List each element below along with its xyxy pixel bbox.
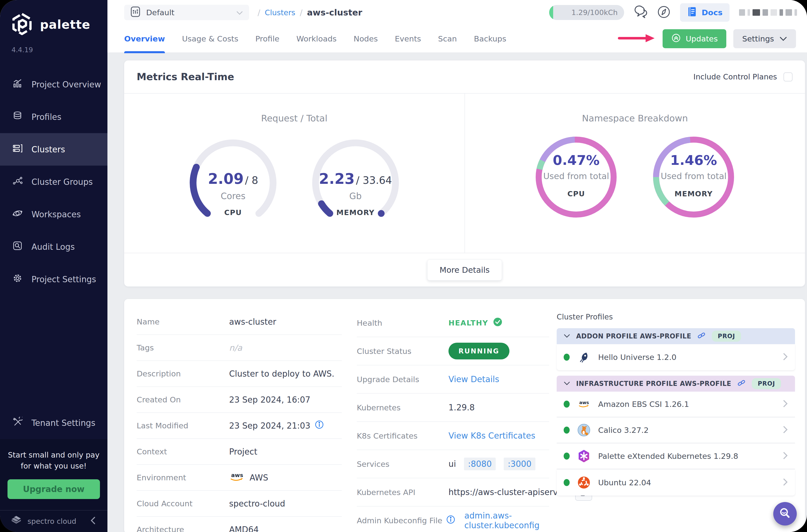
status-row-health: Health HEALTHY: [357, 309, 549, 337]
chevron-down-icon: [780, 34, 787, 43]
docs-button[interactable]: Docs: [680, 3, 730, 22]
tab-scan[interactable]: Scan: [438, 25, 457, 53]
cpu-gauge-unit: Cores: [186, 191, 281, 201]
status-column: Health HEALTHY Cluster Status RUNNING Up…: [357, 309, 557, 532]
sidebar-item-workspaces[interactable]: Workspaces: [0, 198, 108, 230]
updates-button[interactable]: Updates: [662, 29, 726, 48]
promo-text-line1: Start small and only pay: [7, 450, 100, 460]
detail-value: Project: [229, 447, 257, 457]
layers-icon: [13, 111, 22, 123]
sidebar-item-label: Cluster Groups: [32, 177, 93, 187]
kubeconfig-file-link[interactable]: admin.aws-cluster.kubeconfig: [464, 511, 549, 530]
request-total-panel: Request / Total 2.09 / 8 Cores CPU: [124, 94, 465, 253]
chart-icon: [13, 78, 22, 90]
sidebar-item-clusters[interactable]: Clusters: [0, 133, 108, 166]
search-help-fab[interactable]: [773, 502, 797, 526]
include-control-planes-checkbox[interactable]: [784, 72, 792, 81]
cluster-profiles-column: Cluster Profiles ADDON PROFILE AWS-PROFI…: [557, 309, 795, 532]
sidebar-item-tenant-settings[interactable]: Tenant Settings: [0, 406, 108, 439]
last-modified-value: 23 Sep 2024, 21:03: [229, 421, 310, 431]
sidebar-item-project-overview[interactable]: Project Overview: [0, 68, 108, 101]
profile-row-ubuntu[interactable]: Ubuntu 22.04: [557, 470, 795, 496]
status-row-cluster-status: Cluster Status RUNNING: [357, 337, 549, 365]
cluster-details-card: Name aws-cluster Tags n/a Description Cl…: [124, 299, 805, 532]
tab-workloads[interactable]: Workloads: [296, 25, 337, 53]
detail-label: Environment: [137, 473, 229, 482]
tab-profile[interactable]: Profile: [255, 25, 279, 53]
addon-profile-header[interactable]: ADDON PROFILE AWS-PROFILE PROJ: [557, 328, 795, 344]
usage-progress-fill: [549, 5, 553, 20]
breadcrumb-clusters-link[interactable]: Clusters: [265, 8, 295, 17]
brand-logo: palette: [0, 0, 108, 36]
upgrade-now-button[interactable]: Upgrade now: [7, 479, 100, 499]
view-details-link[interactable]: View Details: [449, 374, 499, 384]
memory-total: / 33.64: [356, 174, 392, 186]
view-k8s-certificates-link[interactable]: View K8s Certificates: [449, 431, 536, 441]
profile-row-hello-universe[interactable]: Hello Universe 1.2.0: [557, 344, 795, 370]
svg-text:aws: aws: [231, 472, 243, 478]
detail-value: n/a: [229, 343, 242, 353]
more-details-button[interactable]: More Details: [427, 260, 502, 281]
detail-row-description: Description Cluster to deploy to AWS.: [137, 361, 342, 387]
info-icon[interactable]: [315, 420, 324, 431]
cluster-profiles-heading: Cluster Profiles: [557, 312, 795, 321]
cpu-gauge-label: CPU: [186, 208, 281, 217]
service-port-link[interactable]: :3000: [504, 458, 536, 470]
running-status-badge: RUNNING: [449, 343, 509, 359]
project-selector[interactable]: Default: [124, 5, 249, 20]
main-area: Default / Clusters / aws-cluster 1.29/10…: [108, 0, 807, 532]
details-column: Name aws-cluster Tags n/a Description Cl…: [137, 309, 353, 532]
compass-icon[interactable]: [657, 5, 671, 20]
namespace-title: Namespace Breakdown: [465, 94, 805, 124]
profile-row-amazon-ebs[interactable]: aws Amazon EBS CSI 1.26.1: [557, 392, 795, 418]
detail-value: Cluster to deploy to AWS.: [229, 369, 334, 379]
detail-label: Architecture: [137, 525, 229, 532]
infrastructure-profile-header[interactable]: INFRASTRUCTURE PROFILE AWS-PROFILE PROJ: [557, 376, 795, 392]
cpu-gauge-value: 2.09 / 8: [186, 170, 281, 187]
tab-nodes[interactable]: Nodes: [354, 25, 378, 53]
ubuntu-icon: [577, 476, 590, 489]
svg-text:aws: aws: [579, 400, 589, 405]
detail-row-environment: Environment aws AWS: [137, 465, 342, 491]
sidebar-item-profiles[interactable]: Profiles: [0, 101, 108, 133]
gauges: 2.09 / 8 Cores CPU 2.23 / 33.64 Gb: [124, 130, 465, 230]
collapse-sidebar-icon[interactable]: [90, 516, 97, 527]
status-dot: [564, 426, 570, 434]
settings-button[interactable]: Settings: [733, 29, 796, 48]
status-label: Health: [357, 319, 382, 327]
chevron-right-icon: [783, 425, 788, 435]
tab-overview[interactable]: Overview: [124, 25, 165, 53]
status-row-kubeconfig: Admin Kubeconfig File admin.aws-cluster.…: [357, 507, 549, 532]
environment-value: AWS: [249, 473, 268, 482]
tab-events[interactable]: Events: [395, 25, 421, 53]
namespace-breakdown-panel: Namespace Breakdown 0.47% Us: [465, 94, 805, 253]
memory-ring-caption: Used from total: [661, 171, 727, 181]
detail-label: Created On: [137, 395, 229, 404]
sidebar-item-project-settings[interactable]: Project Settings: [0, 263, 108, 296]
content: Metrics Real-Time Include Control Planes…: [108, 53, 807, 532]
chat-icon[interactable]: [634, 5, 648, 19]
profile-row-calico[interactable]: Calico 3.27.2: [557, 418, 795, 443]
calico-icon: [577, 423, 590, 437]
updates-icon: [671, 33, 681, 45]
profile-pack-name: Hello Universe 1.2.0: [598, 353, 677, 362]
updates-button-label: Updates: [686, 34, 717, 43]
detail-label: Cloud Account: [137, 499, 229, 508]
info-icon[interactable]: [446, 515, 455, 526]
detail-row-created-on: Created On 23 Sep 2024, 16:07: [137, 387, 342, 413]
profile-row-palette-kubernetes[interactable]: Palette eXtended Kubernetes 1.29.8: [557, 443, 795, 470]
tab-usage-costs[interactable]: Usage & Costs: [182, 25, 238, 53]
status-dot: [564, 401, 570, 407]
network-icon: [13, 176, 22, 188]
profile-pack-name: Palette eXtended Kubernetes 1.29.8: [598, 452, 738, 460]
status-label: Admin Kubeconfig File: [357, 516, 442, 525]
profile-pack-name: Calico 3.27.2: [598, 425, 649, 435]
service-port-link[interactable]: :8080: [464, 458, 496, 470]
status-row-kubernetes-api: Kubernetes API https://aws-cluster-apise…: [357, 478, 549, 507]
namespace-rings: 0.47% Used from total CPU: [465, 136, 805, 218]
proj-badge: PROJ: [752, 378, 781, 389]
status-label: Kubernetes: [357, 403, 400, 412]
sidebar-item-cluster-groups[interactable]: Cluster Groups: [0, 166, 108, 198]
tab-backups[interactable]: Backups: [474, 25, 506, 53]
sidebar-item-audit-logs[interactable]: Audit Logs: [0, 230, 108, 263]
